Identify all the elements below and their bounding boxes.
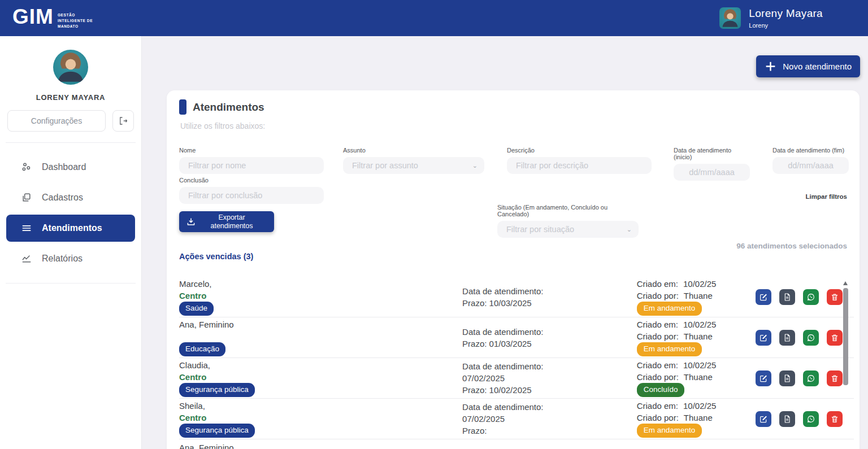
row-created-column: Criado em:10/02/25Criado por:ThuaneEm an… — [637, 278, 756, 316]
filter-data-inicio-label: Data de atendimento (inicio) — [674, 147, 750, 160]
logo-subtitle: GESTÃO INTELIGENTE DE MANDATO — [58, 12, 93, 29]
menu-icon — [21, 223, 32, 234]
citizen-area: Centro — [179, 290, 462, 302]
situacao-select[interactable] — [497, 221, 639, 238]
scroll-up-arrow-icon[interactable] — [843, 281, 848, 285]
whatsapp-button[interactable] — [803, 289, 819, 305]
data-fim-input[interactable] — [772, 157, 849, 174]
export-atendimentos-button[interactable]: Exportar atendimentos — [179, 211, 274, 232]
row-dates-column: Data de atendimento:07/02/2025Prazo: 10/… — [462, 360, 637, 396]
app: GIM GESTÃO INTELIGENTE DE MANDATO Loreny… — [0, 0, 868, 449]
row-created-column: Criado em:10/02/25Criado por:ThuaneConcl… — [637, 359, 756, 397]
edit-button[interactable] — [756, 411, 771, 427]
plus-icon — [765, 60, 776, 72]
new-atendimento-button[interactable]: Novo atendimento — [756, 55, 860, 77]
sidebar-item-label: Dashboard — [42, 162, 86, 172]
line-chart-icon — [21, 253, 32, 264]
profile-avatar — [53, 50, 88, 85]
created-by: Criado por:Thuane — [637, 290, 756, 302]
subject-tag-wrap: Educação — [179, 342, 462, 356]
subject-tag-wrap: Segurança pública — [179, 424, 462, 438]
title-marker — [179, 99, 186, 115]
filter-data-fim: Data de atendimento (fim) — [772, 147, 849, 174]
filter-situacao-label: Situação (Em andamento, Concluído ou Can… — [497, 204, 639, 217]
date-line: Data de atendimento: — [462, 360, 637, 372]
document-button[interactable] — [779, 330, 795, 346]
filters: Nome Assunto ⌄ Descrição Data de atendim… — [179, 147, 847, 209]
delete-button[interactable] — [827, 289, 843, 305]
list-item: Ana, FemininoEducaçãoData de atendimento… — [179, 317, 854, 358]
date-line: Prazo: — [462, 425, 637, 437]
status-badge: Concluído — [637, 383, 685, 397]
list-scrollbar[interactable] — [843, 281, 848, 449]
sidebar-item-dashboard[interactable]: Dashboard — [6, 154, 135, 181]
row-name-column: Ana, Feminino — [179, 442, 462, 449]
list-item: Claudia,CentroSegurança públicaData de a… — [179, 358, 854, 399]
citizen-area: Centro — [179, 412, 462, 424]
edit-button[interactable] — [756, 370, 771, 386]
scrollbar-thumb[interactable] — [843, 288, 848, 385]
date-line: Prazo: 10/02/2025 — [462, 384, 637, 396]
filter-nome-label: Nome — [179, 147, 324, 154]
divider — [6, 142, 136, 143]
created-at-value: 10/02/25 — [683, 400, 716, 412]
subject-tag-badge: Educação — [179, 342, 225, 356]
descricao-input[interactable] — [507, 157, 652, 174]
created-by-label: Criado por: — [637, 412, 679, 424]
clear-filters-link[interactable]: Limpar filtros — [806, 193, 847, 200]
citizen-area: Centro — [179, 371, 462, 383]
row-created-column: Criado em:10/02/25Criado por:ThuaneEm an… — [637, 319, 756, 356]
filter-assunto: Assunto ⌄ — [343, 147, 484, 174]
date-line: 07/02/2025 — [462, 372, 637, 384]
atendimentos-list: Marcelo,CentroSaúdeData de atendimento:P… — [179, 277, 854, 449]
sidebar-nav: Dashboard Cadastros Atendimentos Relatór… — [0, 154, 141, 272]
overdue-actions-link[interactable]: Ações vencidas (3) — [179, 252, 253, 261]
row-actions — [756, 330, 843, 346]
created-at: Criado em:10/02/25 — [637, 278, 756, 290]
delete-button[interactable] — [827, 330, 843, 346]
sidebar-profile: LORENY MAYARA Configurações — [0, 36, 141, 132]
sidebar-item-atendimentos[interactable]: Atendimentos — [6, 215, 135, 242]
created-by-value: Thuane — [684, 412, 713, 424]
filter-descricao: Descrição — [507, 147, 652, 174]
delete-icon — [830, 415, 839, 424]
document-button[interactable] — [779, 411, 795, 427]
filter-situacao: Situação (Em andamento, Concluído ou Can… — [497, 204, 639, 238]
nome-input[interactable] — [179, 157, 324, 174]
topbar-user[interactable]: Loreny Mayara Loreny — [719, 7, 823, 29]
row-name-column: Sheila,CentroSegurança pública — [179, 400, 462, 438]
whatsapp-button[interactable] — [803, 330, 819, 346]
settings-button[interactable]: Configurações — [7, 110, 106, 132]
sidebar-item-cadastros[interactable]: Cadastros — [6, 184, 135, 211]
logout-button[interactable] — [112, 110, 134, 132]
whatsapp-button[interactable] — [803, 370, 819, 386]
created-at-label: Criado em: — [637, 359, 678, 371]
topbar: GIM GESTÃO INTELIGENTE DE MANDATO Loreny… — [0, 0, 868, 36]
conclusao-input[interactable] — [179, 187, 324, 204]
export-button-label: Exportar atendimentos — [196, 213, 267, 230]
assunto-select[interactable] — [343, 157, 484, 174]
filter-data-inicio: Data de atendimento (inicio) — [674, 147, 750, 181]
whatsapp-button[interactable] — [803, 411, 819, 427]
created-at-label: Criado em: — [637, 319, 678, 330]
sidebar-item-label: Relatórios — [42, 254, 83, 264]
delete-button[interactable] — [827, 370, 843, 386]
delete-button[interactable] — [827, 411, 843, 427]
document-button[interactable] — [779, 370, 795, 386]
row-name-column: Ana, FemininoEducação — [179, 319, 462, 356]
document-button[interactable] — [779, 289, 795, 305]
edit-button[interactable] — [756, 289, 771, 305]
edit-icon — [759, 333, 768, 342]
edit-button[interactable] — [756, 330, 771, 346]
avatar-photo — [53, 50, 88, 85]
status-wrap: Em andamento — [637, 302, 756, 316]
delete-icon — [830, 333, 839, 342]
date-line: Data de atendimento: — [462, 326, 637, 338]
row-name-column: Claudia,CentroSegurança pública — [179, 359, 462, 397]
subject-tag-badge: Segurança pública — [179, 424, 255, 438]
card-subtitle: Utilize os filtros abaixos: — [180, 121, 265, 130]
row-actions — [756, 370, 843, 386]
sidebar-item-relatorios[interactable]: Relatórios — [6, 245, 135, 272]
data-inicio-input[interactable] — [674, 164, 750, 181]
profile-name: LORENY MAYARA — [36, 93, 106, 102]
